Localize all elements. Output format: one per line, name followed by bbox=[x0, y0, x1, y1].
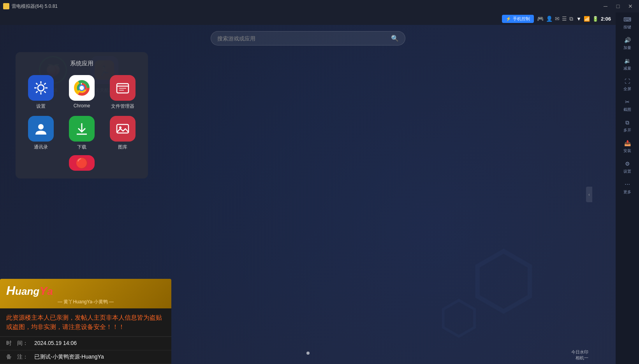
svg-rect-24 bbox=[117, 124, 129, 133]
maximize-button[interactable]: □ bbox=[613, 2, 623, 10]
keyboard-icon: ⌨ bbox=[623, 16, 631, 23]
toolbar-volume-up[interactable]: 🔊 加量 bbox=[617, 33, 637, 54]
downloads-app-icon bbox=[69, 116, 95, 142]
volume-up-icon: 🔊 bbox=[623, 36, 631, 44]
search-bar: 🔍 bbox=[211, 31, 405, 46]
phone-control-label: 手机控制 bbox=[513, 16, 530, 22]
time-label: 时 间： bbox=[6, 340, 28, 347]
sys-app-gallery[interactable]: 图库 bbox=[104, 116, 142, 150]
huangya-logo: HuangYa bbox=[6, 284, 165, 298]
warning-text: 此资源楼主本人已亲测，发帖人主页非本人信息皆为盗贴或盗图，均非实测，请注意设备安… bbox=[0, 308, 171, 336]
search-icon[interactable]: 🔍 bbox=[391, 35, 399, 42]
toolbar-more-label: 更多 bbox=[623, 189, 631, 195]
volume-down-icon: 🔉 bbox=[623, 57, 631, 65]
sys-apps-grid: 设置 bbox=[22, 75, 142, 150]
huangya-subtitle: — 黄丫HuangYa-小黄鸭 — bbox=[6, 299, 165, 305]
watermark-line2: 相机一 bbox=[576, 355, 588, 361]
logo-a: a bbox=[47, 285, 53, 297]
sys-app-contacts[interactable]: 通讯录 bbox=[22, 116, 60, 150]
files-app-icon bbox=[110, 75, 136, 101]
svg-point-16 bbox=[80, 86, 84, 90]
settings-app-icon bbox=[28, 75, 54, 101]
toolbar-more[interactable]: ⋯ 更多 bbox=[617, 177, 637, 198]
more-icon: ⋯ bbox=[623, 180, 631, 188]
menu-icon[interactable]: ☰ bbox=[562, 16, 567, 22]
contacts-app-icon bbox=[28, 116, 54, 142]
svg-line-9 bbox=[44, 83, 46, 85]
svg-line-10 bbox=[36, 91, 37, 93]
phone-control-icon: ⚡ bbox=[506, 16, 511, 21]
emulator-screen: ⬡ ⬡ 🔍 🍑 桃妖 bbox=[0, 25, 616, 364]
partial-app-row: 🔴 bbox=[22, 155, 142, 171]
toolbar-volume-down[interactable]: 🔉 减量 bbox=[617, 54, 637, 74]
toolbar-fullscreen-label: 全屏 bbox=[623, 86, 631, 92]
window-icon[interactable]: ⧉ bbox=[569, 16, 573, 22]
note-row: 备 注： 已测试-小黄鸭资源-HuangYa bbox=[0, 350, 171, 364]
toolbar-multiopen[interactable]: ⧉ 多开 bbox=[617, 116, 637, 136]
watermark-line1: 今日水印 bbox=[571, 349, 588, 355]
toolbar-keyboard-label: 按键 bbox=[623, 24, 631, 30]
gallery-app-label: 图库 bbox=[118, 144, 127, 150]
files-app-label: 文件管理器 bbox=[111, 103, 134, 110]
titlebar-title: 雷电模拟器(64) 5.0.81 bbox=[12, 3, 58, 10]
toolbar-install[interactable]: 📥 安装 bbox=[617, 136, 637, 157]
screenshot-icon: ✂ bbox=[623, 98, 631, 106]
svg-line-8 bbox=[44, 91, 46, 93]
side-panel-toggle[interactable]: ‹ bbox=[586, 187, 592, 202]
sys-app-settings[interactable]: 设置 bbox=[22, 75, 60, 110]
toolbar-volume-up-label: 加量 bbox=[623, 45, 631, 51]
svg-point-2 bbox=[38, 85, 44, 91]
toolbar-multiopen-label: 多开 bbox=[623, 128, 631, 133]
watermark-overlay: HuangYa — 黄丫HuangYa-小黄鸭 — 此资源楼主本人已亲测，发帖人… bbox=[0, 279, 171, 364]
svg-rect-18 bbox=[117, 86, 129, 87]
chrome-app-label: Chrome bbox=[74, 103, 90, 108]
sys-apps-panel: 系统应用 bbox=[16, 52, 148, 178]
page-dot bbox=[306, 352, 310, 355]
titlebar: 雷电模拟器(64) 5.0.81 ─ □ ✕ bbox=[0, 0, 639, 12]
user-icon[interactable]: 👤 bbox=[546, 16, 553, 22]
sys-app-downloads[interactable]: 下载 bbox=[63, 116, 100, 150]
search-wrapper: 🔍 bbox=[211, 31, 405, 46]
sys-app-files[interactable]: 文件管理器 bbox=[104, 75, 142, 110]
gallery-app-icon bbox=[110, 116, 136, 142]
topbar: ⚡ 手机控制 🎮 👤 ✉ ☰ ⧉ ▼ 📶 🔋 2:06 bbox=[0, 12, 616, 25]
close-button[interactable]: ✕ bbox=[625, 2, 636, 10]
logo-huang: uang bbox=[15, 285, 39, 297]
toolbar-fullscreen[interactable]: ⛶ 全屏 bbox=[617, 74, 637, 95]
logo-h: H bbox=[6, 284, 15, 298]
sys-app-partial[interactable]: 🔴 bbox=[69, 155, 95, 171]
app-icon bbox=[3, 3, 9, 9]
titlebar-left: 雷电模拟器(64) 5.0.81 bbox=[3, 3, 58, 10]
svg-point-21 bbox=[38, 124, 44, 130]
note-value: 已测试-小黄鸭资源-HuangYa bbox=[34, 354, 104, 360]
mail-icon[interactable]: ✉ bbox=[555, 16, 560, 22]
toolbar-screenshot-label: 截图 bbox=[623, 107, 631, 112]
gamepad-icon[interactable]: 🎮 bbox=[537, 16, 544, 22]
chrome-app-icon bbox=[69, 75, 95, 101]
toolbar-install-label: 安装 bbox=[623, 148, 631, 154]
logo-y: Y bbox=[39, 284, 47, 297]
install-icon: 📥 bbox=[623, 139, 631, 147]
phone-control-button[interactable]: ⚡ 手机控制 bbox=[502, 15, 534, 23]
statusbar: ▼ 📶 🔋 2:06 bbox=[576, 16, 611, 22]
toolbar-settings-label: 设置 bbox=[623, 169, 631, 174]
clock: 2:06 bbox=[601, 16, 611, 22]
contacts-app-label: 通讯录 bbox=[34, 144, 48, 150]
minimize-button[interactable]: ─ bbox=[600, 2, 611, 10]
svg-line-7 bbox=[36, 83, 37, 85]
toolbar-settings[interactable]: ⚙ 设置 bbox=[617, 157, 637, 177]
sys-app-chrome[interactable]: Chrome bbox=[63, 75, 100, 110]
signal-icon: 📶 bbox=[584, 16, 590, 22]
fullscreen-icon: ⛶ bbox=[623, 77, 631, 85]
toolbar-keyboard[interactable]: ⌨ 按键 bbox=[617, 12, 637, 33]
settings-app-label: 设置 bbox=[36, 103, 46, 110]
search-input[interactable] bbox=[217, 35, 388, 42]
huangya-banner: HuangYa — 黄丫HuangYa-小黄鸭 — bbox=[0, 279, 171, 308]
downloads-app-label: 下载 bbox=[77, 144, 86, 150]
toolbar-screenshot[interactable]: ✂ 截图 bbox=[617, 95, 637, 116]
titlebar-controls: ─ □ ✕ bbox=[600, 2, 636, 10]
toolbar-volume-down-label: 减量 bbox=[623, 66, 631, 71]
multiopen-icon: ⧉ bbox=[623, 119, 631, 126]
battery-icon: 🔋 bbox=[592, 16, 599, 22]
settings-icon: ⚙ bbox=[623, 160, 631, 168]
